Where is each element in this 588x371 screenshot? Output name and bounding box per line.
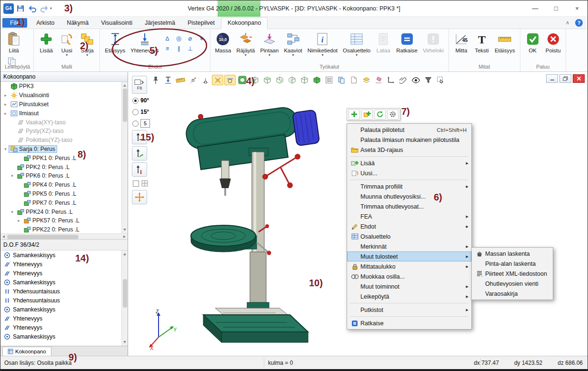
lock-axis-z-button[interactable]: [132, 162, 147, 177]
ribbon-button-nimiketiedot[interactable]: iNimiketiedot▾: [305, 30, 340, 57]
dof-item-yhtenevyys[interactable]: Yhtenevyys: [0, 269, 128, 278]
mini-tool-add-part-button[interactable]: [349, 110, 360, 120]
tree-item-ppk22-0-perus-l[interactable]: PPK22 0: Perus .L: [0, 225, 128, 233]
menu-item-pinta-alan-laskenta[interactable]: Pinta-alan laskenta: [472, 259, 553, 269]
scroll-up-icon[interactable]: [123, 84, 126, 87]
tree-item-ppk5-0-perus-l[interactable]: PPK5 0: Perus .L: [0, 190, 128, 199]
viewport-tool-select-box[interactable]: [435, 75, 446, 85]
menu-item-trimmaa-ohutlevyosat[interactable]: Trimmaa ohutlevyosat...: [347, 201, 471, 211]
tree-scrollbar-thumb[interactable]: [123, 89, 127, 122]
menu-item-ohutlevyosien-vienti[interactable]: Ohutlevyosien vienti: [472, 279, 553, 289]
viewport-tool-cube-front[interactable]: [249, 75, 260, 85]
dof-item-samankeskisyys[interactable]: Samankeskisyys: [0, 305, 128, 314]
constraint-fixed-button[interactable]: ≡: [163, 44, 172, 52]
constraint-parallel-button[interactable]: ∥: [174, 44, 184, 52]
menu-item-varaosakirja[interactable]: Varaosakirja: [472, 289, 553, 299]
menu-item-ratkaise[interactable]: Ratkaise: [347, 318, 471, 328]
menu-item-merkinn-t[interactable]: Merkinnät▶: [347, 241, 471, 251]
dof-item-yhdensuuntaisuus[interactable]: Yhdensuuntaisuus: [0, 296, 128, 305]
tree-expander-icon[interactable]: ▸: [2, 111, 9, 116]
ribbon-button-yhtenevyys[interactable]: Yhtenevyys: [128, 30, 161, 53]
constraint-perpendicular-button[interactable]: ⊥: [186, 44, 195, 52]
viewport-tool-cube-left[interactable]: [274, 75, 285, 85]
dof-scrollbar-thumb[interactable]: [123, 279, 127, 308]
viewport-minimize-button[interactable]: [546, 74, 558, 83]
ribbon-button-teksti[interactable]: TTeksti: [472, 30, 492, 53]
viewport-tool-attach[interactable]: [398, 75, 409, 85]
menu-item-osaluettelo[interactable]: Osaluettelo: [347, 231, 471, 241]
ribbon-button-et-isyys[interactable]: Etäisyys: [492, 30, 518, 53]
tree-item-poikittais-yz-taso[interactable]: Poikittais(YZ)-taso: [0, 136, 128, 145]
tree-item-ppk7-0-perus-l[interactable]: PPK7 0: Perus .L: [0, 198, 128, 207]
menu-item-aseta-3d-rajaus[interactable]: Aseta 3D-rajaus: [347, 145, 471, 155]
ribbon-button-r-j-yt[interactable]: Räjäytä▾: [234, 30, 257, 57]
viewport-tool-erase[interactable]: [373, 75, 384, 85]
minimize-button[interactable]: —: [525, 0, 546, 16]
ribbon-button-et-isyys[interactable]: Etäisyys: [102, 30, 128, 53]
tab-kokoonpano[interactable]: Kokoonpano: [221, 17, 268, 29]
ribbon-collapse-icon[interactable]: ∧: [566, 20, 569, 26]
tree-item-ppk6-0-perus-l[interactable]: ▾PPK6 0: Perus .L: [0, 171, 128, 180]
menu-item-muokkaa-osilla[interactable]: Muokkaa osilla...: [347, 271, 471, 281]
viewport-tool-pin[interactable]: [150, 75, 161, 85]
tree-expander-icon[interactable]: ▸: [2, 102, 9, 107]
dof-item-yhtenevyys[interactable]: Yhtenevyys: [0, 260, 128, 269]
drill-press-model[interactable]: [170, 95, 322, 354]
dof-item-samankeskisyys[interactable]: Samankeskisyys: [0, 251, 128, 260]
viewport-tool-snap-tangent[interactable]: [224, 75, 236, 85]
tree-horizontal-scrollbar[interactable]: [0, 233, 128, 240]
save-button[interactable]: [15, 3, 26, 14]
mini-tool-add-series-button[interactable]: [361, 110, 373, 120]
tab-arkisto[interactable]: Arkisto: [30, 17, 60, 29]
constraint-symmetry-button[interactable]: ∗: [197, 34, 207, 42]
ribbon-button-ok[interactable]: OK: [523, 30, 543, 53]
help-icon[interactable]: ?: [575, 19, 583, 27]
copy-button[interactable]: [7, 57, 17, 68]
menu-item-trimmaa-profiilit[interactable]: Trimmaa profiilit▶: [347, 181, 471, 191]
ribbon-button-massa[interactable]: 10,0Massa: [213, 30, 234, 53]
tree-vertical-scrollbar[interactable]: [121, 82, 128, 233]
viewport-tool-cube-solid[interactable]: [311, 75, 322, 85]
ribbon-button-kaaviot[interactable]: Kaaviot▾: [281, 30, 304, 57]
menu-item-palauta-ilmiasun-mukainen-piilotustila[interactable]: Palauta ilmiasun mukainen piilotustila: [347, 135, 471, 145]
grid-snap-checkbox[interactable]: [133, 180, 139, 187]
menu-item-massan-laskenta[interactable]: Massan laskenta: [472, 249, 553, 259]
scroll-up-icon[interactable]: [123, 253, 126, 255]
tree-expander-icon[interactable]: ▾: [9, 210, 15, 214]
tree-item-ppk1-0-perus-l[interactable]: PPK1 0: Perus .L: [0, 153, 128, 162]
viewport-tool-bom-list[interactable]: [323, 75, 335, 85]
quick-access-dropdown[interactable]: ▾: [50, 6, 52, 10]
move-freely-button[interactable]: [132, 190, 147, 204]
ribbon-button-liit[interactable]: Liitä: [4, 30, 24, 53]
constraint-concentric-button[interactable]: ◎: [174, 34, 184, 42]
ribbon-button-sarja[interactable]: Sarja▾: [77, 30, 97, 57]
tree-hscrollbar-thumb[interactable]: [7, 235, 79, 239]
angle-snap-90-radio[interactable]: 90°: [132, 96, 149, 105]
menu-item-ehdot[interactable]: Ehdot▶: [347, 221, 471, 231]
tree-item-piirustukset[interactable]: ▸Piirustukset: [0, 100, 128, 109]
mini-tool-refresh-button[interactable]: [374, 110, 386, 120]
lock-axis-y-button[interactable]: [132, 146, 147, 160]
viewport-tool-snap-intersection[interactable]: [212, 75, 223, 85]
dof-item-yhtenevyys[interactable]: Yhtenevyys: [0, 323, 128, 332]
bottom-tab-kokoonpano[interactable]: Kokoonpano: [2, 347, 51, 356]
tree-item-ppk2-0-perus-l[interactable]: PPK2 0: Perus .L: [0, 162, 128, 171]
ribbon-button-poistu[interactable]: Poistu: [543, 30, 563, 53]
app-logo[interactable]: G4: [3, 3, 14, 14]
menu-item-fea[interactable]: FEA▶: [347, 211, 471, 221]
viewport-tool-filter[interactable]: [422, 75, 434, 85]
tab-j-rjestelm[interactable]: Järjestelmä: [139, 17, 181, 29]
close-button[interactable]: ×: [567, 0, 588, 16]
tree-item-ppk4-0-perus-l[interactable]: PPK4 0: Perus .L: [0, 180, 128, 190]
tree-item-pysty-xz-taso[interactable]: Pysty(XZ)-taso: [0, 127, 128, 136]
viewport-tool-snap-mid[interactable]: [199, 75, 211, 85]
tree-expander-icon[interactable]: ▾: [9, 173, 15, 178]
viewport[interactable]: F8 90° 15° 5: [128, 72, 588, 356]
scroll-left-icon[interactable]: [2, 235, 5, 238]
viewport-tool-sheet[interactable]: [348, 75, 359, 85]
ribbon-button-lis[interactable]: Lisää: [36, 30, 56, 53]
viewport-tool-copy-parts[interactable]: [336, 75, 347, 85]
constraint-angle-button[interactable]: ∆: [163, 34, 172, 42]
viewport-tool-drop-to-face[interactable]: [162, 75, 174, 85]
ribbon-button-mitta[interactable]: 45Mitta: [451, 30, 471, 53]
